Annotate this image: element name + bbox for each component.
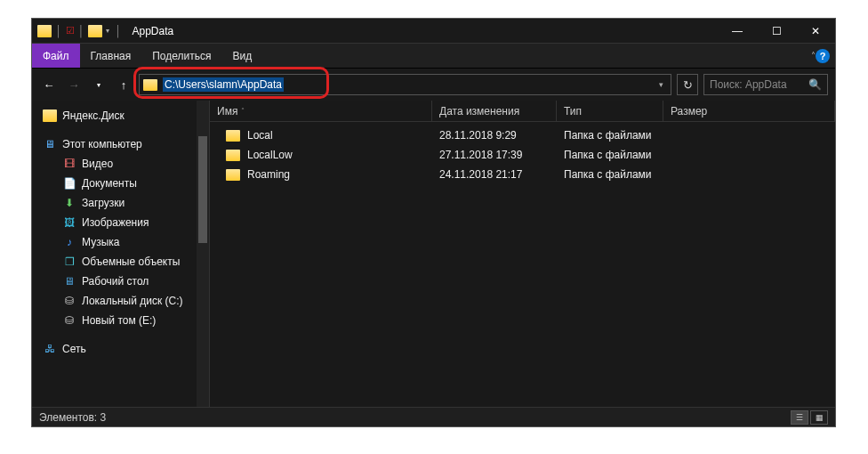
- file-row[interactable]: Local 28.11.2018 9:29 Папка с файлами: [210, 126, 835, 145]
- document-icon: 📄: [62, 177, 76, 190]
- address-dropdown-icon[interactable]: ▾: [655, 80, 667, 89]
- recent-dropdown-icon[interactable]: ▾: [89, 75, 108, 94]
- status-bar: Элементов: 3 ☰ ▦: [32, 407, 835, 426]
- drive-icon: ⛁: [62, 295, 76, 307]
- back-button[interactable]: ←: [39, 75, 59, 94]
- tree-item-video[interactable]: 🎞Видео: [32, 154, 209, 174]
- folder-icon: [226, 150, 240, 161]
- search-placeholder: Поиск: AppData: [710, 78, 787, 91]
- file-list: Имя˄ Дата изменения Тип Размер Local 28.…: [210, 101, 835, 407]
- tree-item-drive-c[interactable]: ⛁Локальный диск (C:): [32, 291, 209, 311]
- help-icon[interactable]: ?: [816, 49, 830, 63]
- explorer-window: │ ☑ │ ▾ │ AppData — ☐ ✕ Файл Главная Под…: [31, 18, 836, 427]
- search-box[interactable]: Поиск: AppData 🔍: [703, 74, 828, 95]
- tab-share[interactable]: Поделиться: [141, 44, 221, 68]
- tree-item-documents[interactable]: 📄Документы: [32, 174, 209, 193]
- folder-icon: [226, 169, 240, 181]
- cube-icon: ❒: [62, 255, 76, 268]
- tree-item-3d-objects[interactable]: ❒Объемные объекты: [32, 252, 209, 272]
- window-title: AppData: [133, 25, 174, 37]
- search-icon[interactable]: 🔍: [808, 78, 822, 91]
- file-row[interactable]: Roaming 24.11.2018 21:17 Папка с файлами: [210, 165, 835, 184]
- tree-item-desktop[interactable]: 🖥Рабочий стол: [32, 272, 209, 291]
- folder-icon: [88, 25, 102, 37]
- network-icon: 🖧: [43, 343, 57, 355]
- tab-home[interactable]: Главная: [80, 44, 142, 68]
- desktop-icon: 🖥: [62, 275, 76, 288]
- navigation-bar: ← → ▾ ↑ C:\Users\slamn\AppData ▾ ↻ Поиск…: [32, 69, 835, 101]
- checkbox-icon[interactable]: ☑: [66, 25, 75, 36]
- body: Яндекс.Диск 🖥Этот компьютер 🎞Видео 📄Доку…: [32, 101, 835, 407]
- divider-icon: │: [78, 25, 85, 37]
- ribbon-tabs: Файл Главная Поделиться Вид ˄ ?: [32, 44, 835, 69]
- tree-separator: [32, 126, 209, 134]
- tree-separator: [32, 330, 209, 339]
- tree-scrollbar[interactable]: [197, 101, 209, 407]
- file-row[interactable]: LocalLow 27.11.2018 17:39 Папка с файлам…: [210, 145, 835, 165]
- tree-item-yandex-disk[interactable]: Яндекс.Диск: [32, 106, 209, 126]
- tree-item-this-pc[interactable]: 🖥Этот компьютер: [32, 134, 209, 154]
- download-icon: ⬇: [62, 197, 76, 209]
- music-icon: ♪: [62, 236, 76, 248]
- tree-item-network[interactable]: 🖧Сеть: [32, 339, 209, 359]
- tab-file[interactable]: Файл: [32, 44, 80, 68]
- maximize-button[interactable]: ☐: [757, 19, 796, 44]
- column-size[interactable]: Размер: [663, 101, 835, 121]
- minimize-button[interactable]: —: [718, 19, 757, 44]
- column-name[interactable]: Имя˄: [210, 101, 432, 121]
- drive-icon: ⛁: [62, 314, 76, 327]
- picture-icon: 🖼: [62, 216, 76, 229]
- column-type[interactable]: Тип: [557, 101, 663, 121]
- forward-button[interactable]: →: [64, 75, 84, 94]
- address-bar[interactable]: C:\Users\slamn\AppData ▾: [139, 74, 671, 95]
- tree-item-drive-e[interactable]: ⛁Новый том (E:): [32, 311, 209, 330]
- monitor-icon: 🖥: [43, 138, 57, 150]
- folder-icon: [37, 25, 52, 37]
- item-count: Элементов: 3: [39, 411, 106, 424]
- close-button[interactable]: ✕: [796, 19, 835, 44]
- divider-icon: │: [115, 25, 122, 37]
- sort-indicator-icon: ˄: [241, 107, 245, 115]
- refresh-button[interactable]: ↻: [677, 74, 698, 95]
- view-details-button[interactable]: ☰: [791, 410, 808, 425]
- titlebar: │ ☑ │ ▾ │ AppData — ☐ ✕: [32, 19, 835, 44]
- quick-access-toolbar: │ ☑ │ ▾ │: [37, 25, 124, 37]
- folder-icon: [226, 130, 240, 142]
- folder-icon: [43, 109, 57, 122]
- tree-item-downloads[interactable]: ⬇Загрузки: [32, 193, 209, 213]
- scrollbar-thumb[interactable]: [198, 136, 207, 243]
- file-rows: Local 28.11.2018 9:29 Папка с файлами Lo…: [210, 122, 835, 184]
- address-path[interactable]: C:\Users\slamn\AppData: [163, 77, 284, 92]
- column-headers: Имя˄ Дата изменения Тип Размер: [210, 101, 835, 122]
- tab-view[interactable]: Вид: [221, 44, 262, 68]
- divider-icon: │: [55, 25, 62, 37]
- tree-item-pictures[interactable]: 🖼Изображения: [32, 213, 209, 232]
- navigation-tree[interactable]: Яндекс.Диск 🖥Этот компьютер 🎞Видео 📄Доку…: [32, 101, 210, 407]
- column-date[interactable]: Дата изменения: [432, 101, 557, 121]
- video-icon: 🎞: [62, 158, 76, 170]
- qat-dropdown-icon[interactable]: ▾: [106, 27, 109, 35]
- folder-icon: [143, 79, 157, 91]
- view-icons-button[interactable]: ▦: [810, 410, 828, 425]
- up-button[interactable]: ↑: [114, 75, 133, 94]
- tree-item-music[interactable]: ♪Музыка: [32, 232, 209, 252]
